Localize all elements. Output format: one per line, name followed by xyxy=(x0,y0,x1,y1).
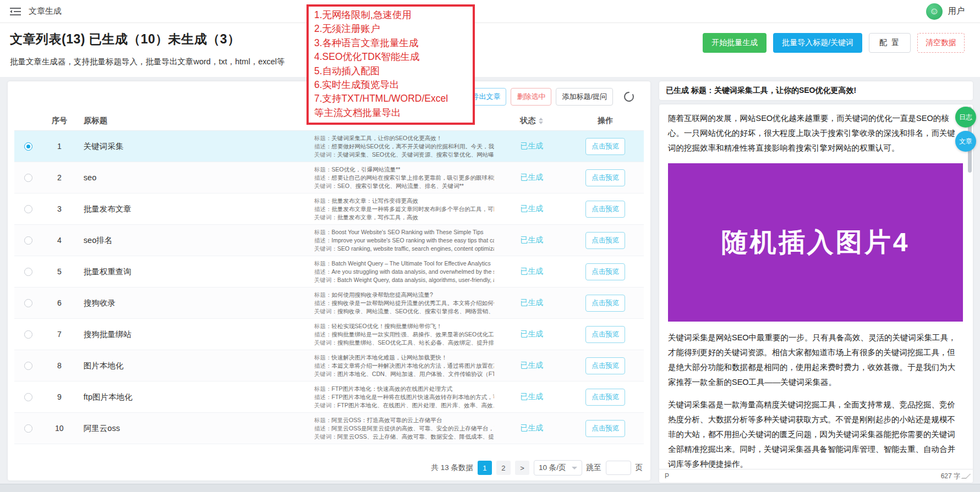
generated-description: 想要做好网站SEO优化，离不开关键词的挖掘和利用。今天，我们为大家介绍一款高效、… xyxy=(332,143,495,150)
row-original-title: 搜狗收录 xyxy=(76,298,312,308)
annotation-line: 2.无须注册账户 xyxy=(314,22,467,36)
clear-data-button[interactable]: 清空数据 xyxy=(917,33,965,53)
table-row[interactable]: 7 搜狗批量绑站 标题：轻松实现SEO优化！搜狗批量绑站带你飞！ 描述：搜狗批量… xyxy=(14,319,644,350)
row-radio[interactable] xyxy=(24,268,32,276)
col-header-index: 序号 xyxy=(43,116,76,126)
generated-keywords: 关键词采集、SEO优化、关键词资源、搜索引擎优化、网站曝光度 xyxy=(337,151,494,158)
generated-keywords: SEO ranking, website traffic, search eng… xyxy=(337,245,494,252)
preview-button[interactable]: 点击预览 xyxy=(585,138,625,155)
config-button[interactable]: 配 置 xyxy=(869,33,911,53)
generated-keywords: 批量发布文章，写作工具，高效 xyxy=(337,214,418,220)
row-radio[interactable] xyxy=(24,330,32,339)
table-row[interactable]: 4 seo排名 标题：Boost Your Website's SEO Rank… xyxy=(14,225,644,256)
row-generated-info: 标题：阿里云OSS：打造高效可靠的云上存储平台 描述：阿里云OSS是阿里云提供的… xyxy=(312,416,496,441)
user-label: 用户 xyxy=(948,6,965,16)
table-row[interactable]: 1 关键词采集 标题：关键词采集工具，让你的SEO优化更高效！ 描述：想要做好网… xyxy=(14,131,644,162)
preview-button[interactable]: 点击预览 xyxy=(585,201,625,218)
preview-scrollbar[interactable] xyxy=(968,107,972,464)
generated-title: FTP图片本地化：快速高效的在线图片处理方式 xyxy=(332,385,452,392)
row-radio[interactable] xyxy=(24,174,32,182)
generated-keywords: SEO、搜索引擎优化、网站流量、排名、关键词** xyxy=(337,183,464,189)
preview-body[interactable]: 随着互联网的发展，网站SEO优化越来越重要，而关键词的优化一直是SEO的核心。一… xyxy=(659,104,973,469)
annotation-line: 7.支持TXT/HTML/WORD/Excel xyxy=(314,92,467,106)
pagination-total: 共 13 条数据 xyxy=(431,463,473,473)
status-badge: 已生成 xyxy=(520,361,543,369)
jump-page-input[interactable] xyxy=(606,461,631,475)
refresh-icon[interactable] xyxy=(623,91,635,103)
topbar: 文章生成 ☺ 用户 xyxy=(0,0,980,23)
row-radio[interactable] xyxy=(24,205,32,213)
article-generator-app: 文章生成 ☺ 用户 文章列表(13) 已生成（10）未生成（3） 批量文章生成器… xyxy=(0,0,980,492)
bottom-strip xyxy=(0,484,980,492)
row-radio[interactable] xyxy=(24,362,32,370)
batch-import-button[interactable]: 批量导入标题/关键词 xyxy=(773,33,862,53)
table-row[interactable]: 2 seo 标题：SEO优化，引爆网站流量** 描述：想要让自己的网站在搜索引擎… xyxy=(14,162,644,194)
preview-button[interactable]: 点击预览 xyxy=(585,357,625,374)
user-menu[interactable]: ☺ 用户 xyxy=(926,3,965,20)
row-radio[interactable] xyxy=(24,393,32,401)
preview-paragraph-3: 关键词采集器是一款海量高精度关键词挖掘工具，全面支持常规、竞品挖掘、竞价热度分析… xyxy=(668,397,963,469)
article-floating-button[interactable]: 文章 xyxy=(955,131,976,152)
pagination: 共 13 条数据 1 2 > 10 条/页 跳至 页 xyxy=(14,455,644,480)
log-floating-button[interactable]: 日志 xyxy=(955,107,976,128)
generated-title: Boost Your Website's SEO Ranking with Th… xyxy=(332,229,484,235)
row-index: 6 xyxy=(43,298,76,307)
next-page-button[interactable]: > xyxy=(515,461,529,475)
generated-keywords: 搜狗收录、网站流量、SEO优化、搜索引擎排名、网络营销、用户体验 xyxy=(337,308,494,314)
generated-description: 想要让自己的网站在搜索引擎上排名更靠前，吸引更多的眼球和流量？那就来了解下SEO… xyxy=(332,174,495,181)
delete-selected-button[interactable]: 删除选中 xyxy=(511,88,551,106)
preview-paragraph-2: 关键词采集是网站SEO中最重要的一步。只有具备高效、灵活的关键词采集工具，才能得… xyxy=(668,330,963,390)
table-row[interactable]: 9 ftp图片本地化 标题：FTP图片本地化：快速高效的在线图片处理方式 描述：… xyxy=(14,382,644,413)
row-radio[interactable] xyxy=(24,142,32,151)
start-batch-generate-button[interactable]: 开始批量生成 xyxy=(703,33,767,53)
preview-button[interactable]: 点击预览 xyxy=(585,326,625,343)
generated-description: 阿里云OSS是阿里云提供的高效、可靠、安全的云上存储平台，可以帮助企业和个人降低… xyxy=(332,425,495,432)
row-radio[interactable] xyxy=(24,424,32,433)
status-badge: 已生成 xyxy=(520,298,543,307)
table-row[interactable]: 10 阿里云oss 标题：阿里云OSS：打造高效可靠的云上存储平台 描述：阿里云… xyxy=(14,413,644,444)
generated-keywords: Batch Weight Query, data analysis, algor… xyxy=(337,277,494,283)
row-generated-info: 标题：关键词采集工具，让你的SEO优化更高效！ 描述：想要做好网站SEO优化，离… xyxy=(312,134,496,159)
preview-button[interactable]: 点击预览 xyxy=(585,420,625,437)
annotation-line: 5.自动插入配图 xyxy=(314,64,467,78)
table-row[interactable]: 5 批量权重查询 标题：Batch Weight Query – The Ult… xyxy=(14,256,644,288)
page-title: 文章列表(13) 已生成（10）未生成（3） xyxy=(10,31,284,48)
row-radio[interactable] xyxy=(24,299,32,307)
page-header: 文章列表(13) 已生成（10）未生成（3） 批量文章生成器，支持批量标题导入，… xyxy=(0,23,980,77)
page-size-select[interactable]: 10 条/页 xyxy=(534,460,582,476)
preview-button[interactable]: 点击预览 xyxy=(585,263,625,280)
preview-paragraph-1: 随着互联网的发展，网站SEO优化越来越重要，而关键词的优化一直是SEO的核心。一… xyxy=(668,111,963,156)
element-path-label: P xyxy=(665,472,669,480)
row-original-title: 关键词采集 xyxy=(76,141,312,152)
sort-icon[interactable] xyxy=(539,118,543,124)
add-title-button[interactable]: 添加标题/提问 xyxy=(556,88,613,106)
menu-fold-icon[interactable] xyxy=(10,7,21,16)
row-index: 7 xyxy=(43,330,76,339)
page-button-1[interactable]: 1 xyxy=(478,461,492,475)
table-row[interactable]: 8 图片本地化 标题：快速解决图片本地化难题，让网站加载更快！ 描述：本篇文章将… xyxy=(14,350,644,382)
status-badge: 已生成 xyxy=(520,329,543,338)
generated-description: 搜狗收录是一款帮助网站提升流量的优秀工具。本文将介绍如何使用搜狗收录，帮助您的网… xyxy=(332,300,495,306)
preview-button[interactable]: 点击预览 xyxy=(585,389,625,406)
col-header-title: 原标题 xyxy=(76,115,312,126)
resize-grip-icon[interactable] xyxy=(961,474,971,479)
generated-keywords: 搜狗批量绑站、SEO优化工具、站长必备、高效绑定、提升排名、双倍效果、网络竞争、 xyxy=(337,339,494,346)
row-original-title: 搜狗批量绑站 xyxy=(76,329,312,340)
row-generated-info: 标题：快速解决图片本地化难题，让网站加载更快！ 描述：本篇文章将介绍一种解决图片… xyxy=(312,353,496,378)
row-original-title: seo xyxy=(76,173,312,182)
row-index: 10 xyxy=(43,424,76,433)
table-row[interactable]: 6 搜狗收录 标题：如何使用搜狗收录帮助您提高网站流量? 描述：搜狗收录是一款帮… xyxy=(14,288,644,319)
article-list-panel: 导出文章 删除选中 添加标题/提问 序号 原标题 生成标题/关键词/描述 状态 … xyxy=(8,81,650,480)
preview-button[interactable]: 点击预览 xyxy=(585,232,625,249)
preview-button[interactable]: 点击预览 xyxy=(585,169,625,186)
preview-button[interactable]: 点击预览 xyxy=(585,295,625,312)
status-badge: 已生成 xyxy=(520,235,543,244)
page-button-2[interactable]: 2 xyxy=(496,461,511,475)
row-radio[interactable] xyxy=(24,236,32,245)
user-avatar[interactable]: ☺ xyxy=(926,3,943,20)
word-count: 627 字 xyxy=(941,472,960,481)
preview-panel: 已生成 标题：关键词采集工具，让你的SEO优化更高效! 随着互联网的发展，网站S… xyxy=(659,81,973,483)
table-row[interactable]: 3 批量发布文章 标题：批量发布文章：让写作变得更高效 描述：批量发布文章是一种… xyxy=(14,194,644,225)
col-header-status[interactable]: 状态 xyxy=(496,116,567,126)
generated-title: Batch Weight Query – The Ultimate Tool f… xyxy=(332,260,491,267)
